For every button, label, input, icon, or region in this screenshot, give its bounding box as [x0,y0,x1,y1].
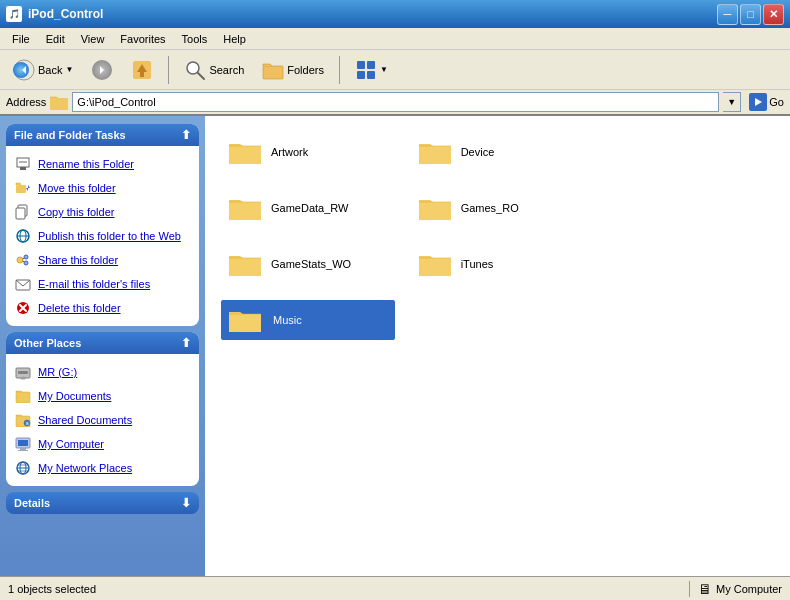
main-layout: File and Folder Tasks ⬆ Rename this Fold… [0,116,790,576]
details-header[interactable]: Details ⬇ [6,492,199,514]
close-button[interactable]: ✕ [763,4,784,25]
publish-label: Publish this folder to the Web [38,230,181,242]
email-label: E-mail this folder's files [38,278,150,290]
move-folder-item[interactable]: Move this folder [10,176,195,200]
folders-label: Folders [287,64,324,76]
toolbar: Back ▼ Search [0,50,790,90]
folder-music[interactable]: Music [221,300,395,340]
folder-icon-music [227,304,263,336]
svg-rect-44 [18,440,28,446]
my-computer-item[interactable]: My Computer [10,432,195,456]
menu-item-help[interactable]: Help [215,31,254,47]
back-icon [13,59,35,81]
minimize-button[interactable]: ─ [717,4,738,25]
network-icon [14,459,32,477]
mr-g-item[interactable]: MR (G:) [10,360,195,384]
shared-documents-item[interactable]: S Shared Documents [10,408,195,432]
file-tasks-title: File and Folder Tasks [14,129,126,141]
svg-rect-38 [18,371,28,374]
details-collapse-icon: ⬇ [181,496,191,510]
svg-rect-14 [367,71,375,79]
status-right: 🖥 My Computer [689,581,782,597]
title-bar-left: 🎵 iPod_Control [6,6,103,22]
menu-item-file[interactable]: File [4,31,38,47]
delete-icon [14,299,32,317]
menu-item-favorites[interactable]: Favorites [112,31,173,47]
mr-g-label: MR (G:) [38,366,77,378]
folder-itunes[interactable]: iTunes [411,244,585,284]
folder-games-ro[interactable]: Games_RO [411,188,585,228]
view-button[interactable]: ▼ [348,55,395,85]
address-label: Address [6,96,46,108]
network-places-label: My Network Places [38,462,132,474]
folders-button[interactable]: Folders [255,55,331,85]
my-computer-status: My Computer [716,583,782,595]
my-computer-label: My Computer [38,438,104,450]
address-input[interactable] [72,92,719,112]
svg-rect-39 [16,392,30,403]
app-icon: 🎵 [6,6,22,22]
other-places-body: MR (G:) My Documents [6,354,199,486]
folder-device[interactable]: Device [411,132,585,172]
move-label: Move this folder [38,182,116,194]
maximize-button[interactable]: □ [740,4,761,25]
shared-documents-label: Shared Documents [38,414,132,426]
grid-spacer-3 [600,244,601,284]
search-icon [184,59,206,81]
grid-spacer-1 [600,132,601,172]
publish-icon [14,227,32,245]
folder-name-gamestats-wo: GameStats_WO [271,258,351,270]
svg-rect-15 [50,98,68,110]
svg-marker-16 [755,98,762,106]
up-button[interactable] [124,55,160,85]
my-documents-item[interactable]: My Documents [10,384,195,408]
search-label: Search [209,64,244,76]
address-folder-icon [50,93,68,111]
folder-name-games-ro: Games_RO [461,202,519,214]
copy-icon [14,203,32,221]
email-folder-item[interactable]: E-mail this folder's files [10,272,195,296]
folder-gamedata-rw[interactable]: GameData_RW [221,188,395,228]
address-bar: Address ▼ Go [0,90,790,116]
details-section: Details ⬇ [6,492,199,514]
toolbar-separator-1 [168,56,169,84]
up-icon [131,59,153,81]
back-button[interactable]: Back ▼ [6,55,80,85]
go-label[interactable]: Go [769,96,784,108]
svg-rect-20 [16,185,26,193]
window-controls: ─ □ ✕ [717,4,784,25]
svg-point-37 [20,377,26,380]
other-places-section: Other Places ⬆ MR (G:) [6,332,199,486]
forward-button[interactable] [84,55,120,85]
menu-item-tools[interactable]: Tools [174,31,216,47]
address-dropdown[interactable]: ▼ [723,92,741,112]
file-tasks-header[interactable]: File and Folder Tasks ⬆ [6,124,199,146]
back-dropdown-icon: ▼ [65,65,73,74]
delete-label: Delete this folder [38,302,121,314]
menu-item-view[interactable]: View [73,31,113,47]
status-bar: 1 objects selected 🖥 My Computer [0,576,790,600]
details-title: Details [14,497,50,509]
network-places-item[interactable]: My Network Places [10,456,195,480]
menu-item-edit[interactable]: Edit [38,31,73,47]
rename-folder-item[interactable]: Rename this Folder [10,152,195,176]
share-folder-item[interactable]: Share this folder [10,248,195,272]
copy-label: Copy this folder [38,206,114,218]
search-button[interactable]: Search [177,55,251,85]
folder-artwork[interactable]: Artwork [221,132,395,172]
other-places-header[interactable]: Other Places ⬆ [6,332,199,354]
drive-icon [14,363,32,381]
folder-icon-device [417,136,453,168]
left-panel: File and Folder Tasks ⬆ Rename this Fold… [0,116,205,576]
toolbar-separator-2 [339,56,340,84]
folder-name-artwork: Artwork [271,146,308,158]
svg-marker-21 [26,185,30,191]
folder-name-device: Device [461,146,495,158]
status-text: 1 objects selected [8,583,96,595]
publish-folder-item[interactable]: Publish this folder to the Web [10,224,195,248]
folder-gamestats-wo[interactable]: GameStats_WO [221,244,395,284]
delete-folder-item[interactable]: Delete this folder [10,296,195,320]
copy-folder-item[interactable]: Copy this folder [10,200,195,224]
svg-line-9 [198,73,204,79]
svg-rect-46 [18,450,28,451]
